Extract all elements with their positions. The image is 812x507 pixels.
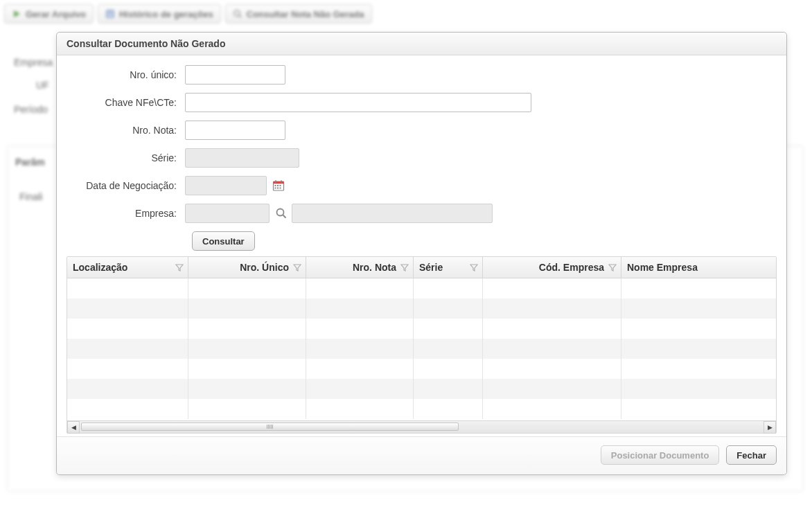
modal-title: Consultar Documento Não Gerado [57, 33, 786, 55]
bg-label-param: Parâm [15, 157, 45, 168]
consultar-button[interactable]: Consultar [192, 231, 255, 251]
bg-label-uf: UF [36, 80, 49, 91]
nro-unico-label: Nro. único: [64, 69, 185, 80]
consultar-documento-modal: Consultar Documento Não Gerado Nro. únic… [56, 32, 787, 475]
bg-gerar-arquivo-button: Gerar Arquivo [4, 4, 94, 24]
modal-body: Nro. único: Chave NFe\CTe: Nro. Nota: Sé… [57, 55, 786, 436]
grid-header: Localização Nro. Único Nro. Nota Série C… [67, 257, 776, 278]
serie-input[interactable] [185, 148, 299, 168]
filter-icon[interactable] [175, 263, 184, 272]
scroll-thumb[interactable] [81, 423, 459, 431]
svg-marker-16 [176, 265, 183, 271]
table-row [67, 359, 776, 379]
calendar-icon[interactable] [271, 178, 286, 193]
data-neg-input[interactable] [185, 176, 267, 195]
svg-rect-11 [275, 188, 276, 189]
svg-rect-5 [274, 181, 284, 184]
svg-marker-20 [609, 265, 616, 271]
empresa-label: Empresa: [64, 208, 185, 219]
col-localizacao[interactable]: Localização [67, 257, 188, 278]
scroll-left-icon[interactable]: ◀ [67, 421, 80, 434]
bg-label-periodo: Período [14, 104, 48, 115]
svg-point-2 [234, 10, 240, 16]
table-row [67, 278, 776, 299]
scroll-right-icon[interactable]: ▶ [764, 421, 776, 434]
bg-label-empresa: Empresa [14, 57, 53, 68]
bg-historico-button: Histórico de gerações [98, 4, 221, 24]
col-nome-empresa[interactable]: Nome Empresa [621, 257, 776, 278]
bg-toolbar: Gerar Arquivo Histórico de gerações Cons… [0, 0, 812, 30]
table-row [67, 379, 776, 399]
svg-marker-0 [14, 10, 20, 17]
svg-rect-10 [280, 185, 281, 186]
table-row [67, 339, 776, 359]
nro-nota-label: Nro. Nota: [64, 125, 185, 136]
grid-hscrollbar[interactable]: ◀ ▶ [67, 420, 776, 433]
col-serie[interactable]: Série [414, 257, 483, 278]
filter-icon[interactable] [608, 263, 617, 272]
posicionar-documento-button[interactable]: Posicionar Documento [601, 445, 720, 465]
svg-line-15 [283, 215, 286, 218]
svg-marker-19 [470, 265, 477, 271]
nro-unico-input[interactable] [185, 65, 285, 84]
bg-label-finali: Finali [19, 191, 42, 202]
svg-point-14 [277, 209, 284, 216]
empresa-code-input[interactable] [185, 204, 270, 223]
svg-rect-12 [277, 188, 279, 189]
filter-icon[interactable] [293, 263, 301, 272]
table-row [67, 399, 776, 419]
result-grid: Localização Nro. Único Nro. Nota Série C… [67, 256, 777, 434]
svg-rect-1 [107, 10, 114, 17]
scroll-track[interactable] [80, 421, 764, 433]
svg-rect-13 [280, 188, 281, 189]
chave-label: Chave NFe\CTe: [64, 97, 185, 108]
bg-consultar-nota-button: Consultar Nota Não Gerada [225, 4, 372, 24]
svg-rect-8 [275, 185, 276, 186]
nro-nota-input[interactable] [185, 121, 285, 140]
svg-rect-9 [277, 185, 279, 186]
search-icon[interactable] [274, 206, 289, 221]
fechar-button[interactable]: Fechar [726, 445, 777, 465]
col-cod-empresa[interactable]: Cód. Empresa [483, 257, 621, 278]
data-neg-label: Data de Negociação: [64, 180, 185, 191]
svg-line-3 [239, 15, 241, 17]
col-nro-unico[interactable]: Nro. Único [188, 257, 306, 278]
serie-label: Série: [64, 152, 185, 163]
col-nro-nota[interactable]: Nro. Nota [306, 257, 414, 278]
filter-icon[interactable] [470, 263, 478, 272]
empresa-desc-input[interactable] [292, 204, 493, 223]
chave-input[interactable] [185, 93, 531, 112]
svg-rect-6 [275, 181, 276, 183]
filter-icon[interactable] [400, 263, 409, 272]
svg-marker-18 [401, 265, 408, 271]
grid-body [67, 278, 776, 420]
svg-marker-17 [294, 265, 301, 271]
table-row [67, 319, 776, 339]
modal-footer: Posicionar Documento Fechar [57, 436, 786, 474]
svg-rect-7 [281, 181, 282, 183]
table-row [67, 299, 776, 319]
